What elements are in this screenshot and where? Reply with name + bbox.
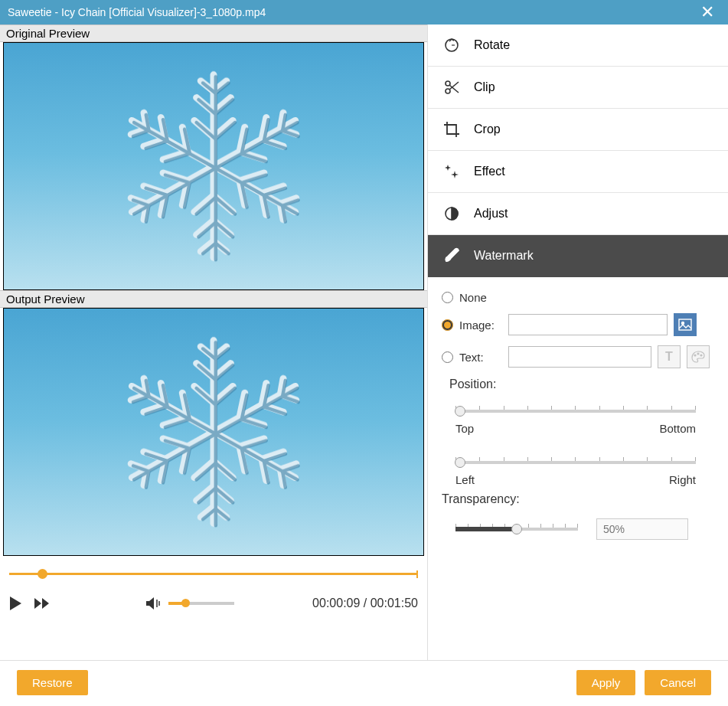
tool-panel: Rotate Clip Crop Effect Adjust Watermark… — [427, 25, 728, 660]
text-icon: T — [665, 350, 673, 364]
volume-control — [145, 597, 234, 610]
output-preview — [3, 308, 424, 556]
svg-point-18 — [697, 353, 699, 355]
volume-slider[interactable] — [168, 602, 234, 605]
output-preview-label: Output Preview — [0, 290, 427, 308]
fast-forward-icon[interactable] — [34, 597, 51, 610]
timeline-thumb[interactable] — [38, 569, 47, 579]
color-picker-button[interactable] — [687, 345, 710, 368]
brush-icon — [443, 247, 460, 264]
tool-adjust[interactable]: Adjust — [428, 193, 728, 235]
watermark-image-input[interactable] — [508, 314, 668, 335]
restore-button[interactable]: Restore — [17, 670, 88, 695]
close-icon[interactable]: ✕ — [694, 2, 720, 22]
watermark-image-label: Image: — [459, 319, 502, 332]
pos-right-label: Right — [669, 473, 696, 486]
position-label: Position: — [449, 378, 710, 391]
cancel-button[interactable]: Cancel — [645, 670, 711, 695]
transparency-input[interactable] — [596, 518, 688, 540]
tool-label: Clip — [474, 80, 495, 94]
pos-bottom-label: Bottom — [659, 422, 696, 435]
watermark-none-label: None — [459, 291, 502, 304]
watermark-none-radio[interactable] — [442, 292, 453, 303]
rotate-icon — [443, 37, 460, 54]
footer: Restore Apply Cancel — [0, 660, 728, 704]
apply-button[interactable]: Apply — [576, 670, 636, 695]
slider-thumb[interactable] — [455, 457, 465, 468]
tool-label: Watermark — [474, 249, 534, 263]
watermark-text-radio[interactable] — [442, 351, 453, 363]
sparkle-icon — [443, 163, 460, 180]
contrast-icon — [443, 205, 460, 222]
crop-icon — [443, 121, 460, 138]
original-preview-label: Original Preview — [0, 25, 427, 42]
svg-point-19 — [700, 355, 702, 356]
text-style-button[interactable]: T — [658, 345, 681, 368]
slider-thumb[interactable] — [511, 524, 522, 534]
palette-icon — [691, 351, 705, 363]
tool-watermark[interactable]: Watermark — [428, 235, 728, 277]
scissors-icon — [443, 79, 460, 96]
window-title: Saweetie - Icy Chain [Official Visualize… — [8, 6, 694, 18]
tool-label: Effect — [474, 165, 505, 178]
transparency-label: Transparency: — [442, 492, 710, 506]
position-vertical-slider[interactable] — [455, 404, 696, 419]
snowflake-icon — [106, 320, 321, 543]
titlebar: Saweetie - Icy Chain [Official Visualize… — [0, 0, 728, 25]
svg-point-17 — [694, 355, 696, 356]
time-display: 00:00:09 / 00:01:50 — [312, 597, 418, 610]
tool-label: Crop — [474, 123, 501, 136]
pos-left-label: Left — [455, 473, 475, 486]
snowflake-icon — [106, 54, 321, 277]
image-icon — [678, 319, 692, 331]
play-icon[interactable] — [9, 596, 23, 611]
slider-thumb[interactable] — [455, 406, 465, 417]
tool-clip[interactable]: Clip — [428, 67, 728, 109]
tool-rotate[interactable]: Rotate — [428, 25, 728, 67]
watermark-text-label: Text: — [459, 351, 502, 364]
position-horizontal-slider[interactable] — [455, 455, 696, 470]
volume-thumb[interactable] — [181, 599, 190, 607]
browse-image-button[interactable] — [674, 313, 697, 336]
tool-crop[interactable]: Crop — [428, 109, 728, 151]
watermark-text-input[interactable] — [508, 346, 651, 368]
tool-label: Adjust — [474, 207, 508, 221]
tool-effect[interactable]: Effect — [428, 151, 728, 193]
watermark-panel: None Image: Text: T — [428, 277, 728, 547]
volume-icon[interactable] — [145, 597, 162, 610]
tool-label: Rotate — [474, 38, 510, 52]
original-preview — [3, 42, 424, 290]
transparency-slider[interactable] — [455, 521, 578, 537]
watermark-image-radio[interactable] — [442, 319, 453, 331]
playback-controls: 00:00:09 / 00:01:50 — [0, 556, 427, 619]
preview-column: Original Preview — [0, 25, 427, 660]
pos-top-label: Top — [455, 422, 474, 435]
timeline-slider[interactable] — [9, 567, 418, 582]
svg-rect-15 — [679, 319, 691, 330]
